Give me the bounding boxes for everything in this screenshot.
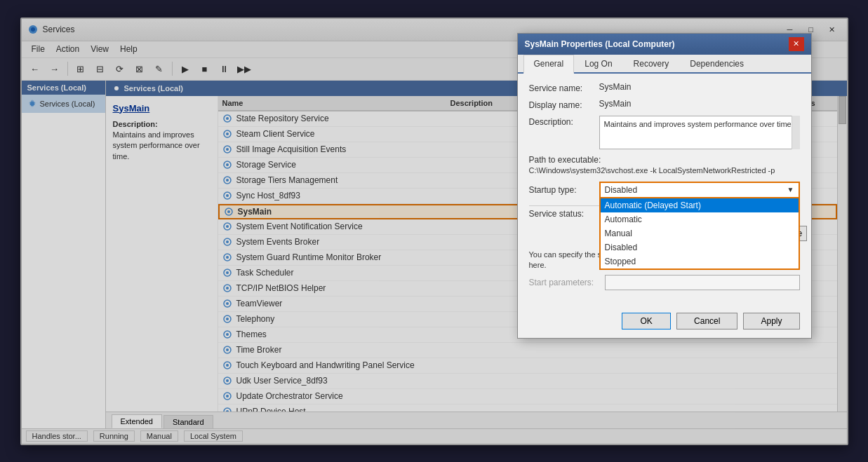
startup-dropdown-list: Automatic (Delayed Start) Automatic Manu… (599, 198, 800, 270)
start-params-label: Start parameters: (529, 278, 599, 287)
description-textarea[interactable]: Maintains and improves system performanc… (599, 116, 800, 149)
display-name-label: Display name: (529, 99, 599, 110)
dropdown-option-stopped[interactable]: Stopped (601, 254, 799, 269)
modal-title-bar: SysMain Properties (Local Computer) ✕ (518, 34, 811, 55)
modal-dialog: SysMain Properties (Local Computer) ✕ Ge… (517, 33, 812, 339)
dropdown-option-auto-delayed[interactable]: Automatic (Delayed Start) (601, 198, 799, 212)
service-name-label: Service name: (529, 82, 599, 93)
description-field-container: Maintains and improves system performanc… (599, 116, 800, 149)
modal-tab-general[interactable]: General (523, 55, 575, 74)
dropdown-option-auto[interactable]: Automatic (601, 212, 799, 226)
modal-tab-logon[interactable]: Log On (574, 55, 622, 72)
service-name-value: SysMain (599, 82, 800, 92)
description-row: Description: Maintains and improves syst… (529, 116, 800, 149)
desc-scrollbar[interactable] (792, 116, 800, 149)
path-label: Path to executable: (529, 155, 800, 165)
startup-type-label: Startup type: (529, 185, 599, 195)
modal-title: SysMain Properties (Local Computer) (525, 39, 789, 49)
modal-tab-dependencies[interactable]: Dependencies (679, 55, 754, 72)
modal-tabs: General Log On Recovery Dependencies (518, 55, 811, 74)
path-value: C:\Windows\system32\svchost.exe -k Local… (529, 166, 800, 175)
startup-type-dropdown[interactable]: Disabled ▼ (599, 182, 800, 198)
display-name-value: SysMain (599, 99, 800, 109)
modal-tab-recovery[interactable]: Recovery (623, 55, 680, 72)
dropdown-option-manual[interactable]: Manual (601, 226, 799, 240)
startup-type-dropdown-container: Disabled ▼ Automatic (Delayed Start) Aut… (599, 182, 800, 198)
description-label: Description: (529, 116, 599, 127)
service-status-label: Service status: (529, 209, 599, 219)
modal-overlay: SysMain Properties (Local Computer) ✕ Ge… (22, 19, 847, 444)
description-content: Maintains and improves system performanc… (604, 120, 794, 128)
service-name-row: Service name: SysMain (529, 82, 800, 93)
display-name-row: Display name: SysMain (529, 99, 800, 110)
modal-body: Service name: SysMain Display name: SysM… (518, 74, 811, 308)
modal-footer: OK Cancel Apply (518, 307, 811, 338)
dropdown-option-disabled[interactable]: Disabled (601, 240, 799, 254)
startup-type-selected: Disabled (605, 185, 638, 195)
start-params-input[interactable] (605, 275, 800, 290)
apply-button[interactable]: Apply (743, 313, 799, 329)
dropdown-arrow-icon: ▼ (787, 186, 794, 193)
start-params-row: Start parameters: (529, 275, 800, 290)
ok-button[interactable]: OK (622, 313, 671, 329)
startup-type-row: Startup type: Disabled ▼ Automatic (Dela… (529, 182, 800, 198)
cancel-button[interactable]: Cancel (676, 313, 737, 329)
path-row: Path to executable: C:\Windows\system32\… (529, 155, 800, 175)
modal-close-button[interactable]: ✕ (789, 37, 804, 51)
